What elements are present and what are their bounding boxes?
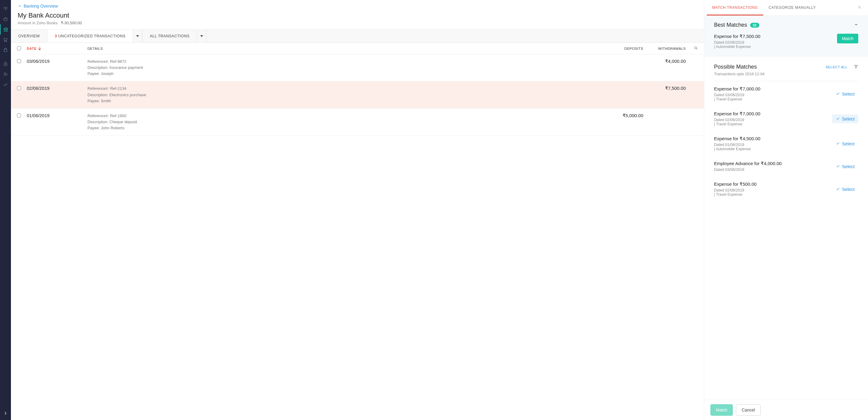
tab-uncategorized[interactable]: 3 UNCATEGORIZED TRANSACTIONS [48,30,133,42]
page-subtitle: Amount in Zoho Books₹-30,500.00 [18,21,697,25]
row-withdrawal: ₹7,500.00 [643,86,686,104]
chart-icon[interactable] [0,79,11,90]
page-title: My Bank Account [18,11,697,20]
row-details: Reference#: Ref-2134Description: Electro… [88,86,583,104]
best-match-date: Dated 02/06/2019 [714,40,761,44]
timer-icon[interactable] [0,59,11,69]
best-matches-count: 01 [750,23,759,28]
row-date: 03/06/2019 [27,59,88,77]
tab-match-transactions[interactable]: MATCH TRANSACTIONS [707,0,763,15]
best-match-category: | Automobile Expense [714,44,761,49]
svg-point-5 [694,47,697,49]
col-deposits[interactable]: DEPOSITS [583,47,643,51]
bag-icon[interactable] [0,45,11,55]
cart-icon[interactable] [0,35,11,45]
tab-categorize-manually[interactable]: CATEGORIZE MANUALLY [763,0,822,15]
pm-category: | Travel Expense [714,97,761,101]
best-matches-title: Best Matches [714,22,747,28]
select-button[interactable]: Select [832,185,858,194]
select-all-link[interactable]: SELECT ALL [826,65,848,69]
possible-match-item: Employee Advance for ₹4,000.00Dated 03/0… [714,156,858,176]
pm-title: Employee Advance for ₹4,000.00 [714,161,782,166]
search-icon[interactable] [686,46,698,51]
possible-match-item: Expense for ₹4,500.00Dated 01/06/2019| A… [714,131,858,156]
row-date: 01/06/2019 [27,113,88,131]
match-button[interactable]: Match [837,34,858,43]
select-button[interactable]: Select [832,162,858,171]
select-all-checkbox[interactable] [17,46,21,51]
person-icon[interactable] [0,69,11,79]
check-icon [836,92,840,96]
svg-point-4 [4,73,6,74]
possible-matches-title: Possible Matches [714,64,757,70]
basket-icon[interactable] [0,14,11,24]
left-nav-rail [0,0,11,420]
row-date: 02/06/2019 [27,86,88,104]
expand-rail-icon[interactable] [0,409,11,418]
table-row[interactable]: 03/06/2019Reference#: Ref-9872Descriptio… [11,54,704,81]
pm-date: Dated 02/06/2019 [714,118,761,122]
row-deposit: ₹5,000.00 [583,113,643,131]
tab-all-dropdown[interactable] [197,30,206,42]
breadcrumb[interactable]: Banking Overview [18,4,697,8]
bank-icon[interactable] [0,24,11,35]
possible-matches-section: Possible Matches SELECT ALL Transactions… [704,57,868,204]
panel-footer: Match Cancel [704,400,868,420]
svg-point-1 [5,41,5,41]
row-checkbox[interactable] [17,59,21,63]
tab-uncategorized-dropdown[interactable] [133,30,142,42]
table-row[interactable]: 02/06/2019Reference#: Ref-2134Descriptio… [11,81,704,108]
footer-cancel-button[interactable]: Cancel [736,404,761,416]
col-details[interactable]: DETAILS [88,47,583,51]
match-panel: MATCH TRANSACTIONS CATEGORIZE MANUALLY B… [704,0,868,420]
close-icon[interactable] [857,5,862,11]
best-match-title: Expense for ₹7,500.00 [714,34,761,39]
pm-title: Expense for ₹500.00 [714,182,756,187]
svg-point-2 [6,41,7,41]
breadcrumb-label: Banking Overview [24,4,58,8]
select-button[interactable]: Select [832,115,858,123]
pm-category: | Travel Expense [714,192,756,197]
table-header: DATE DETAILS DEPOSITS WITHDRAWALS [11,43,704,54]
tab-bar: OVERVIEW 3 UNCATEGORIZED TRANSACTIONS AL… [11,29,704,43]
col-date[interactable]: DATE [27,46,88,51]
row-details: Reference#: Ref-1900Description: Cheque … [88,113,583,131]
pm-date: Dated 01/06/2019 [714,142,761,147]
filter-icon[interactable] [854,64,858,70]
pm-date: Dated 03/06/2019 [714,93,761,97]
select-button[interactable]: Select [832,139,858,148]
check-icon [836,141,840,146]
row-withdrawal [643,113,686,131]
row-deposit [583,86,643,104]
pm-date: Dated 03/06/2019 [714,167,782,172]
center-pane: Banking Overview My Bank Account Amount … [11,0,704,420]
best-match-item: Expense for ₹7,500.00 Dated 02/06/2019 |… [714,34,858,54]
pm-title: Expense for ₹4,500.00 [714,136,761,141]
back-arrow-icon [18,4,22,8]
possible-match-item: Expense for ₹7,000.00Dated 03/06/2019| T… [714,81,858,106]
select-button[interactable]: Select [832,90,858,98]
tab-all[interactable]: ALL TRANSACTIONS [142,30,197,42]
table-row[interactable]: 01/06/2019Reference#: Ref-1900Descriptio… [11,109,704,136]
sort-desc-icon [38,46,41,51]
check-icon [836,117,840,121]
books-amount: ₹-30,500.00 [61,21,82,25]
possible-match-item: Expense for ₹500.00Dated 02/06/2019| Tra… [714,176,858,201]
row-withdrawal: ₹4,000.00 [643,59,686,77]
possible-matches-subtitle: Transactions upto 2018-12-04 [714,72,858,81]
best-matches-section: Best Matches 01 Expense for ₹7,500.00 Da… [704,16,868,57]
transactions-table: DATE DETAILS DEPOSITS WITHDRAWALS 03/06/… [11,43,704,420]
dashboard-icon[interactable] [0,4,11,14]
possible-match-item: Expense for ₹7,000.00Dated 02/06/2019| T… [714,106,858,131]
row-details: Reference#: Ref-9872Description: Insuran… [88,59,583,77]
pm-category: | Automobile Expense [714,147,761,151]
row-deposit [583,59,643,77]
row-checkbox[interactable] [17,114,21,118]
svg-point-0 [5,9,6,10]
row-checkbox[interactable] [17,86,21,90]
chevron-down-icon[interactable] [854,23,858,28]
footer-match-button[interactable]: Match [710,404,733,416]
col-withdrawals[interactable]: WITHDRAWALS [643,47,686,51]
pm-title: Expense for ₹7,000.00 [714,86,761,92]
tab-overview[interactable]: OVERVIEW [11,30,48,42]
